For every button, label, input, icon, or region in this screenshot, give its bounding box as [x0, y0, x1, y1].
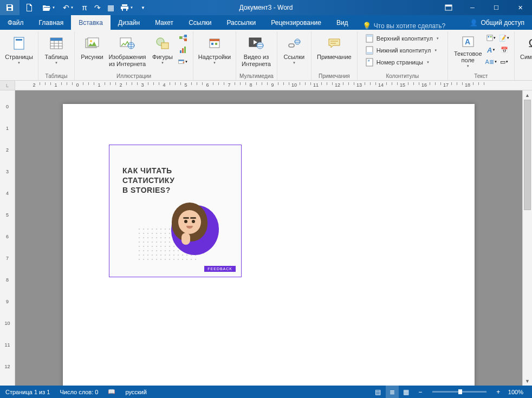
word-window: ▼ ↶▼ π ↷ ▦ ▼ ▼ Документ3 - Word ─ ☐ ✕ Фа…	[0, 0, 532, 398]
group-comments: Примечание Примечания	[312, 31, 358, 80]
tab-file[interactable]: Файл	[0, 15, 31, 30]
tab-references[interactable]: Ссылки	[181, 15, 219, 30]
shapes-icon	[155, 34, 170, 53]
tab-view[interactable]: Вид	[329, 15, 356, 30]
signature-button[interactable]: 📝▼	[499, 32, 510, 43]
image-stamp: FEEDBACK	[204, 266, 236, 272]
vertical-scrollbar[interactable]: ▲ ▼	[522, 90, 532, 386]
view-web-button[interactable]: ▦	[400, 386, 413, 398]
tab-home[interactable]: Главная	[31, 15, 72, 30]
group-pages: Страницы▼ Таблицы	[0, 31, 38, 80]
header-button[interactable]: Верхний колонтитул▼	[363, 32, 442, 44]
addins-button[interactable]: Надстройки▼	[197, 31, 232, 70]
scroll-track[interactable]	[523, 100, 532, 376]
save-button[interactable]	[0, 0, 20, 15]
smartart-button[interactable]	[178, 32, 189, 43]
scroll-thumb[interactable]	[524, 100, 531, 210]
pictures-icon	[85, 34, 99, 53]
shapes-button[interactable]: Фигуры▼	[148, 31, 177, 70]
tab-mailings[interactable]: Рассылки	[219, 15, 263, 30]
table-button[interactable]: Таблица▼	[42, 31, 71, 70]
quickparts-button[interactable]: ▼	[486, 32, 497, 43]
tab-layout[interactable]: Макет	[147, 15, 181, 30]
share-button[interactable]: 👤Общий доступ	[462, 15, 532, 30]
print-preview-button[interactable]: ▼	[117, 0, 137, 15]
svg-rect-20	[179, 36, 182, 39]
ruler-horizontal[interactable]: L 210123456789101112131415161718	[0, 81, 532, 90]
page-number-button[interactable]: #Номер страницы▼	[363, 56, 442, 68]
tab-design[interactable]: Дизайн	[111, 15, 147, 30]
page-view[interactable]: КАК ЧИТАТЬ СТАТИСТИКУ В STORIES? FEEDBAC…	[15, 90, 522, 386]
view-print-button[interactable]: ≣	[386, 386, 399, 398]
window-title: Документ3 - Word	[239, 4, 293, 11]
ruler-vertical[interactable]: 01234567891011121314	[0, 90, 15, 386]
svg-rect-45	[366, 52, 373, 54]
footer-icon	[366, 46, 374, 55]
zoom-out-button[interactable]: −	[414, 386, 427, 398]
wordart-button[interactable]: A▼	[486, 44, 497, 55]
symbols-button[interactable]: ΩСимволы▼	[518, 31, 532, 70]
pictures-button[interactable]: Рисунки	[78, 31, 106, 70]
maximize-button[interactable]: ☐	[484, 0, 508, 15]
redo-button[interactable]: ↷	[91, 0, 104, 15]
screenshot-button[interactable]: ✚▼	[178, 56, 189, 67]
ribbon-options-button[interactable]	[437, 0, 460, 15]
svg-rect-19	[161, 43, 168, 49]
status-language[interactable]: русский	[125, 389, 146, 395]
zoom-slider[interactable]	[432, 391, 486, 393]
group-symbols: ΩСимволы▼	[515, 31, 532, 80]
svg-rect-21	[184, 35, 187, 37]
text-small-1: ▼ A▼ A≣▼	[485, 31, 498, 68]
avatar-illustration	[172, 203, 207, 242]
tab-insert[interactable]: Вставка	[71, 15, 111, 30]
page[interactable]: КАК ЧИТАТЬ СТАТИСТИКУ В STORIES? FEEDBAC…	[63, 104, 475, 386]
svg-point-36	[257, 42, 263, 49]
online-pictures-icon	[120, 34, 135, 53]
online-pictures-button[interactable]: Изображения из Интернета	[106, 31, 148, 70]
zoom-in-button[interactable]: +	[492, 386, 505, 398]
addins-icon	[208, 34, 221, 53]
dropcap-button[interactable]: A≣▼	[486, 56, 497, 67]
table-qat-button[interactable]: ▦	[104, 0, 117, 15]
status-proofing[interactable]: 📖	[108, 388, 115, 395]
ruler-h-scale: 210123456789101112131415161718	[15, 81, 532, 90]
new-button[interactable]	[20, 0, 39, 15]
image-text: КАК ЧИТАТЬ СТАТИСТИКУ В STORIES?	[122, 166, 174, 195]
close-button[interactable]: ✕	[508, 0, 532, 15]
tell-me-search[interactable]: 💡Что вы хотите сделать?	[362, 22, 446, 30]
svg-line-23	[182, 36, 184, 37]
customize-qat[interactable]: ▼	[137, 0, 150, 15]
group-headers: Верхний колонтитул▼ Нижний колонтитул▼ #…	[358, 31, 448, 80]
tab-review[interactable]: Рецензирование	[263, 15, 329, 30]
equation-button[interactable]: π	[78, 0, 91, 15]
comment-button[interactable]: Примечание	[315, 31, 354, 70]
pages-button[interactable]: Страницы▼	[3, 31, 35, 70]
object-button[interactable]: ▭▼	[499, 56, 510, 67]
datetime-button[interactable]: 📅	[499, 44, 510, 55]
links-button[interactable]: Ссылки▼	[281, 31, 308, 70]
textbox-button[interactable]: AТекстовое поле▼	[451, 31, 485, 70]
zoom-slider-thumb[interactable]	[458, 389, 462, 394]
minimize-button[interactable]: ─	[460, 0, 484, 15]
svg-rect-29	[179, 60, 184, 61]
inserted-image[interactable]: КАК ЧИТАТЬ СТАТИСТИКУ В STORIES? FEEDBAC…	[109, 145, 242, 277]
svg-rect-25	[180, 50, 181, 53]
open-button[interactable]: ▼	[39, 0, 59, 15]
zoom-level[interactable]: 100%	[508, 389, 523, 395]
online-video-button[interactable]: Видео из Интернета	[239, 31, 273, 70]
status-words[interactable]: Число слов: 0	[60, 389, 98, 395]
scroll-down[interactable]: ▼	[523, 376, 532, 386]
chart-button[interactable]	[178, 44, 189, 55]
scroll-up[interactable]: ▲	[523, 90, 532, 100]
footer-button[interactable]: Нижний колонтитул▼	[363, 44, 442, 56]
svg-point-13	[90, 40, 92, 42]
undo-button[interactable]: ↶▼	[59, 0, 78, 15]
svg-rect-50	[487, 35, 492, 41]
svg-rect-43	[366, 35, 373, 37]
svg-point-38	[295, 39, 300, 44]
video-icon	[249, 34, 264, 53]
person-icon: 👤	[470, 19, 478, 27]
view-read-button[interactable]: ▤	[372, 386, 385, 398]
status-page[interactable]: Страница 1 из 1	[5, 389, 50, 395]
svg-rect-22	[184, 38, 187, 41]
